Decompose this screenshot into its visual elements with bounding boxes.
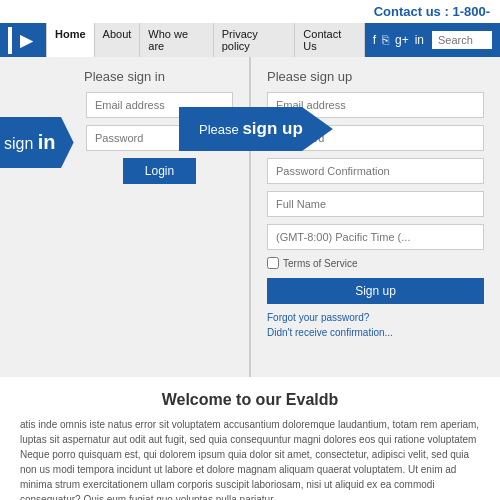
signup-confirm-group: [267, 158, 484, 184]
top-bar: Contact us : 1-800-: [0, 0, 500, 23]
nav-link-whoweare[interactable]: Who we are: [140, 23, 213, 57]
nav-logo: ▶: [8, 27, 40, 54]
signup-confirm-input[interactable]: [267, 158, 484, 184]
welcome-title-light: Welcome to our: [162, 391, 286, 408]
welcome-body: atis inde omnis iste natus error sit vol…: [20, 417, 480, 500]
nav-links: Home About Who we are Privacy policy Con…: [46, 23, 365, 57]
signin-arrow-bold: in: [38, 131, 56, 153]
signup-arrow-bold: sign up: [242, 119, 302, 138]
terms-checkbox[interactable]: [267, 257, 279, 269]
nav-link-home[interactable]: Home: [46, 23, 95, 57]
signup-fullname-group: [267, 191, 484, 217]
middle-divider: Please sign up: [249, 57, 251, 377]
signin-section: Please sign in sign in Login: [0, 57, 249, 377]
signup-timezone-input[interactable]: [267, 224, 484, 250]
signin-arrow: sign in: [0, 117, 74, 168]
nav-link-about[interactable]: About: [95, 23, 141, 57]
signin-arrow-light: sign: [4, 135, 38, 152]
nav-link-contact[interactable]: Contact Us: [295, 23, 364, 57]
forgot-password-link[interactable]: Forgot your password?: [267, 312, 484, 323]
resend-confirmation-link[interactable]: Didn't receive confirmation...: [267, 327, 484, 338]
nav-link-privacy[interactable]: Privacy policy: [214, 23, 296, 57]
facebook-nav-icon[interactable]: f: [373, 33, 376, 47]
signin-title: Please sign in: [16, 69, 233, 84]
signup-section: Please sign up Terms of Service Sign up …: [251, 57, 500, 377]
login-button[interactable]: Login: [123, 158, 196, 184]
welcome-title: Welcome to our Evaldb: [20, 391, 480, 409]
main-panel: Please sign in sign in Login Please sign…: [0, 57, 500, 377]
welcome-title-bold: Evaldb: [286, 391, 338, 408]
terms-label: Terms of Service: [283, 258, 357, 269]
contact-label: Contact us :: [374, 4, 449, 19]
signup-fullname-input[interactable]: [267, 191, 484, 217]
nav-social: f ⎘ g+ in: [373, 33, 424, 47]
signup-timezone-group: [267, 224, 484, 250]
search-input[interactable]: [432, 31, 492, 49]
terms-row: Terms of Service: [267, 257, 484, 269]
signup-arrow: Please sign up: [179, 107, 333, 151]
contact-number: 1-800-: [452, 4, 490, 19]
signup-title: Please sign up: [267, 69, 484, 84]
welcome-section: Welcome to our Evaldb atis inde omnis is…: [0, 377, 500, 500]
gplus-nav-icon[interactable]: g+: [395, 33, 409, 47]
linkedin-nav-icon[interactable]: in: [415, 33, 424, 47]
signup-button[interactable]: Sign up: [267, 278, 484, 304]
signup-arrow-light: Please: [199, 122, 242, 137]
navigation: ▶ Home About Who we are Privacy policy C…: [0, 23, 500, 57]
rss-nav-icon[interactable]: ⎘: [382, 33, 389, 47]
